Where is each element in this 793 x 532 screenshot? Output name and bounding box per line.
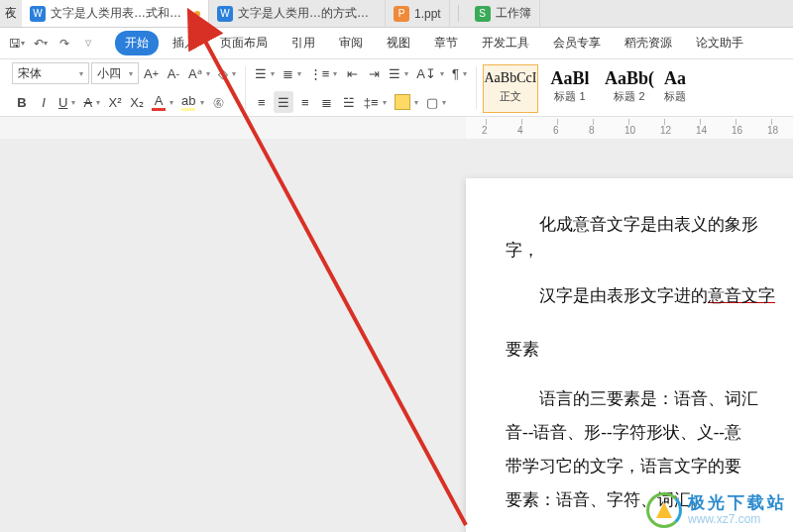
ribbon-tab-references[interactable]: 引用: [282, 31, 325, 55]
ribbon-tab-review[interactable]: 审阅: [329, 31, 373, 55]
line-spacing-button[interactable]: ‡≡▾: [361, 91, 390, 113]
align-right-button[interactable]: ≡: [295, 91, 315, 113]
ribbon-tab-sections[interactable]: 章节: [424, 31, 468, 55]
doc-tab-2[interactable]: W 文字是人类用…的方式和工具: [209, 0, 386, 27]
font-name-combo[interactable]: 宋体 ▾: [12, 62, 89, 84]
doc-tab-label: 工作簿: [496, 5, 531, 22]
doc-text: 字，: [506, 241, 539, 260]
grow-font-button[interactable]: A+: [141, 62, 162, 84]
char-spacing-button[interactable]: ☰▾: [386, 62, 411, 84]
font-color-button[interactable]: A▾: [149, 91, 176, 113]
bullets-button[interactable]: ☰▾: [252, 62, 278, 84]
sort-button[interactable]: A↧▾: [413, 62, 447, 84]
doc-tab-label: 1.ppt: [414, 7, 441, 21]
ruler-tick-label: 4: [517, 125, 523, 136]
save-button[interactable]: 🖫▾: [6, 33, 28, 54]
ruler[interactable]: 24681012141618: [466, 117, 793, 139]
ruler-tick-label: 14: [696, 125, 707, 136]
font-size-combo[interactable]: 小四 ▾: [91, 62, 139, 84]
distribute-button[interactable]: ☱: [339, 91, 359, 113]
justify-button[interactable]: ≣: [317, 91, 337, 113]
clear-format-button[interactable]: ◇▾: [215, 62, 239, 84]
superscript-button[interactable]: X²: [105, 91, 125, 113]
shrink-font-button[interactable]: A-: [164, 62, 183, 84]
doc-text: 带学习它的文字，语言文字的要: [506, 457, 741, 476]
ribbon-tab-insert[interactable]: 插入: [163, 31, 206, 55]
document-viewport: 化成意音文字是由表义的象形 字， 汉字是由表形文字进的意音文字 要素 语言的三要…: [0, 139, 793, 532]
font-name-value: 宋体: [18, 65, 42, 82]
style-heading1[interactable]: AaBl 标题 1: [542, 64, 598, 113]
doc-text: 要素：语音、字符、词汇、: [506, 490, 708, 509]
ruler-tick-label: 8: [589, 125, 595, 136]
ribbon-tabs: 开始 插入 页面布局 引用 审阅 视图 章节 开发工具 会员专享 稻壳资源 论文…: [115, 31, 787, 55]
style-normal[interactable]: AaBbCcI 正文: [483, 64, 538, 113]
doc-tab-3[interactable]: P 1.ppt: [386, 0, 450, 27]
change-case-button[interactable]: Aᵃ▾: [185, 62, 213, 84]
ruler-tick-label: 6: [553, 125, 559, 136]
multilevel-button[interactable]: ⋮≡▾: [306, 62, 341, 84]
ruler-tick-label: 18: [767, 125, 778, 136]
qat-customize[interactable]: ▽: [77, 33, 99, 54]
doc-tab-4[interactable]: [450, 0, 467, 27]
ribbon-tab-home[interactable]: 开始: [115, 31, 159, 55]
ribbon-tab-resources[interactable]: 稻壳资源: [615, 31, 682, 55]
ruler-tick-label: 16: [732, 125, 742, 136]
borders-button[interactable]: ▢▾: [423, 91, 449, 113]
ruler-tick-label: 10: [624, 125, 635, 136]
ribbon-tab-thesis[interactable]: 论文助手: [686, 31, 753, 55]
ribbon-tab-member[interactable]: 会员专享: [543, 31, 611, 55]
ruler-tick-label: 12: [660, 125, 671, 136]
undo-button[interactable]: ↶▾: [30, 33, 52, 54]
phonetic-button[interactable]: ㊔: [209, 91, 229, 113]
ribbon-tab-dev[interactable]: 开发工具: [472, 31, 539, 55]
align-left-button[interactable]: ≡: [252, 91, 272, 113]
quick-access-toolbar: 🖫▾ ↶▾ ↷ ▽: [6, 33, 99, 54]
ribbon-tab-view[interactable]: 视图: [377, 31, 420, 55]
chevron-down-icon: ▾: [79, 69, 83, 78]
doc-text-underlined: 意音文字: [708, 286, 775, 305]
italic-button[interactable]: I: [34, 91, 54, 113]
doc-text: 要素: [506, 340, 539, 359]
chevron-down-icon: ▾: [129, 69, 133, 78]
strike-button[interactable]: A▾: [80, 91, 103, 113]
tab-separator: [458, 5, 459, 21]
ruler-tick-label: 2: [482, 125, 488, 136]
decrease-indent-button[interactable]: ⇤: [342, 62, 362, 84]
menubar: 🖫▾ ↶▾ ↷ ▽ 开始 插入 页面布局 引用 审阅 视图 章节 开发工具 会员…: [0, 28, 793, 59]
document-tabs: 夜 W 文字是人类用表…式和工具 (2) W 文字是人类用…的方式和工具 P 1…: [0, 0, 793, 28]
style-heading2[interactable]: AaBb( 标题 2: [602, 64, 657, 113]
page-content[interactable]: 化成意音文字是由表义的象形 字， 汉字是由表形文字进的意音文字 要素 语言的三要…: [466, 178, 793, 532]
ribbon-tab-pagelayout[interactable]: 页面布局: [210, 31, 278, 55]
xls-icon: S: [475, 6, 491, 22]
numbering-button[interactable]: ≣▾: [280, 62, 304, 84]
doc-tab-1[interactable]: W 文字是人类用表…式和工具 (2): [22, 0, 209, 27]
doc-text: 音--语音、形--字符形状、义--意: [506, 423, 741, 442]
doc-icon: W: [30, 6, 46, 22]
increase-indent-button[interactable]: ⇥: [364, 62, 384, 84]
paragraph-group: ☰▾ ≣▾ ⋮≡▾ ⇤ ⇥ ☰▾ A↧▾ ¶▾ ≡ ☰ ≡ ≣ ☱ ‡≡▾ ▾ …: [246, 62, 476, 113]
font-group: 宋体 ▾ 小四 ▾ A+ A- Aᵃ▾ ◇▾ B I U▾ A▾ X² X₂ A…: [6, 62, 245, 113]
doc-tab-label: 文字是人类用表…式和工具 (2): [51, 5, 189, 22]
doc-text: 语言的三要素是：语音、词汇: [539, 389, 758, 408]
doc-tab-5[interactable]: S 工作簿: [467, 0, 540, 27]
subscript-button[interactable]: X₂: [127, 91, 147, 113]
highlight-button[interactable]: ab▾: [178, 91, 206, 113]
dirty-indicator: [194, 11, 200, 17]
underline-button[interactable]: U▾: [56, 91, 78, 113]
style-heading3[interactable]: Aa 标题: [661, 64, 689, 113]
font-size-value: 小四: [97, 65, 121, 82]
ppt-icon: P: [394, 6, 409, 22]
show-marks-button[interactable]: ¶▾: [449, 62, 470, 84]
doc-tab-label: 文字是人类用…的方式和工具: [238, 5, 377, 22]
doc-text: 化成意音文字是由表义的象形: [539, 215, 758, 234]
redo-button[interactable]: ↷: [54, 33, 75, 54]
ribbon: 宋体 ▾ 小四 ▾ A+ A- Aᵃ▾ ◇▾ B I U▾ A▾ X² X₂ A…: [0, 59, 793, 117]
shading-button[interactable]: ▾: [392, 91, 421, 113]
align-center-button[interactable]: ☰: [274, 91, 293, 113]
doc-text: 汉字是由表形文字进的: [539, 286, 708, 305]
doc-icon: W: [217, 6, 233, 22]
app-prefix: 夜: [0, 5, 22, 22]
styles-gallery: AaBbCcI 正文 AaBl 标题 1 AaBb( 标题 2 Aa 标题: [477, 62, 787, 113]
bold-button[interactable]: B: [12, 91, 32, 113]
